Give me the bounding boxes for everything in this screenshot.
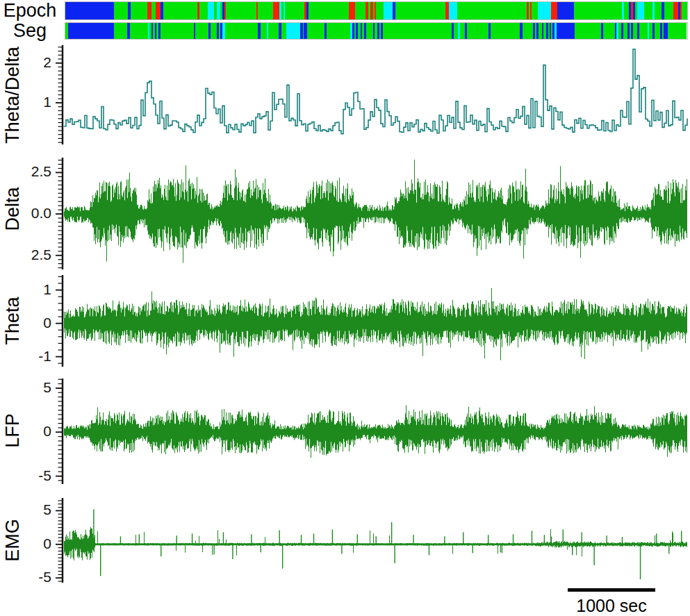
band-segment — [644, 2, 652, 19]
band-segment — [574, 2, 622, 19]
tdr-tick-label: 1 — [18, 94, 51, 110]
band-segment — [195, 23, 208, 39]
delta-tick-label: 2.5 — [18, 163, 51, 180]
epoch-band-label: Epoch — [0, 0, 60, 21]
band-segment — [163, 2, 197, 19]
time-scalebar-label: 1000 sec — [556, 596, 667, 616]
band-segment — [366, 23, 373, 39]
band-segment — [384, 2, 393, 19]
band-segment — [655, 23, 660, 39]
band-segment — [130, 23, 148, 39]
lfp-tick-label: 0 — [18, 423, 51, 440]
lfp-tick-label: -5 — [18, 467, 51, 484]
band-segment — [285, 2, 304, 19]
lfp-tick-label: 5 — [18, 379, 51, 396]
band-segment — [655, 2, 662, 19]
band-segment — [575, 23, 601, 39]
band-segment — [383, 23, 451, 39]
lfp-trace-canvas — [54, 378, 690, 484]
band-segment — [199, 2, 208, 19]
band-segment — [208, 2, 214, 19]
band-segment — [668, 23, 687, 39]
band-segment — [457, 2, 527, 19]
band-segment — [532, 2, 537, 19]
delta-tick-label: 2.5 — [18, 247, 51, 263]
band-segment — [261, 23, 267, 39]
band-segment — [355, 2, 365, 19]
band-segment — [551, 2, 557, 19]
sleep-scoring-figure: Epoch Seg Theta/Delta Delta Theta LFP EM… — [0, 0, 690, 616]
band-segment — [639, 23, 648, 39]
tdr-tick-label: 2 — [18, 54, 51, 71]
band-segment — [327, 23, 350, 39]
delta-tick-label: 0.0 — [18, 205, 51, 222]
band-segment — [637, 2, 644, 19]
theta-tick-label: 1 — [18, 281, 51, 298]
band-segment — [286, 23, 300, 39]
band-segment — [395, 2, 445, 19]
band-segment — [281, 23, 286, 39]
band-segment — [523, 23, 533, 39]
band-segment — [65, 2, 114, 19]
band-segment — [673, 2, 678, 19]
band-segment — [349, 2, 355, 19]
band-segment — [226, 2, 256, 19]
emg-tick-label: -5 — [18, 569, 51, 585]
band-segment — [131, 2, 147, 19]
band-segment — [68, 23, 114, 39]
band-segment — [307, 23, 325, 39]
theta-trace-canvas — [54, 275, 690, 367]
band-segment — [268, 23, 278, 39]
time-scalebar — [568, 588, 655, 592]
band-segment — [211, 23, 217, 39]
band-segment — [273, 2, 279, 19]
band-segment — [557, 2, 574, 19]
band-segment — [491, 23, 520, 39]
band-segment — [449, 2, 457, 19]
band-segment — [161, 23, 194, 39]
band-segment — [114, 2, 129, 19]
delta-trace-canvas — [54, 158, 690, 269]
epoch-hypnogram-band — [65, 1, 688, 20]
emg-tick-label: 5 — [18, 501, 51, 518]
band-segment — [258, 2, 273, 19]
band-segment — [309, 2, 349, 19]
band-segment — [682, 2, 687, 19]
band-segment — [467, 23, 488, 39]
band-segment — [664, 2, 673, 19]
theta-tick-label: -1 — [18, 348, 51, 365]
seg-hypnogram-band — [65, 22, 688, 40]
emg-trace-canvas — [54, 498, 690, 583]
band-segment — [538, 2, 552, 19]
band-segment — [603, 23, 615, 39]
band-segment — [156, 2, 161, 19]
band-segment — [225, 23, 258, 39]
theta-tick-label: 0 — [18, 315, 51, 331]
band-segment — [114, 23, 128, 39]
band-segment — [376, 2, 384, 19]
emg-tick-label: 0 — [18, 535, 51, 552]
tdr-trace-canvas — [54, 45, 690, 144]
band-segment — [557, 23, 575, 39]
